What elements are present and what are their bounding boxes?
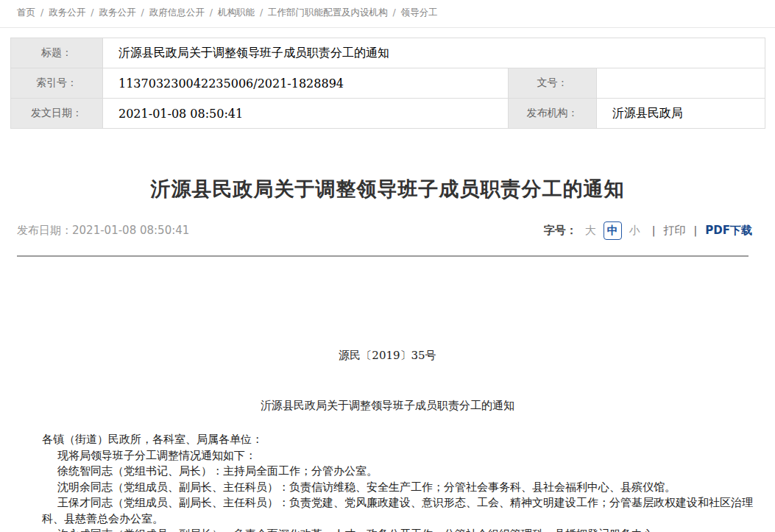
document-body: 各镇（街道）民政所，各科室、局属各单位： 现将局领导班子分工调整情况通知如下： … [42, 432, 753, 532]
document-info-table: 标题： 沂源县民政局关于调整领导班子成员职责分工的通知 索引号： 1137032… [10, 38, 765, 129]
publish-date-value: 2021-01-08 08:50:41 [72, 224, 189, 237]
print-button[interactable]: 打印 [664, 224, 686, 238]
paragraph: 沈明余同志（党组成员、副局长、主任科员）：负责信访维稳、安全生产工作；分管社会事… [42, 480, 753, 496]
font-size-label: 字号： [544, 224, 577, 238]
title-value: 沂源县民政局关于调整领导班子成员职责分工的通知 [103, 38, 765, 68]
breadcrumb-separator: / [141, 7, 144, 18]
page-title: 沂源县民政局关于调整领导班子成员职责分工的通知 [0, 176, 775, 202]
publish-date-label: 发布日期： [17, 224, 72, 237]
document-reference-number: 源民〔2019〕35号 [0, 348, 775, 364]
article-toolbar: 字号： 大 中 小 | 打印 | PDF下载 [544, 221, 752, 240]
breadcrumb-item-home[interactable]: 首页 [17, 7, 35, 18]
issue-date-label: 发文日期： [11, 99, 103, 129]
salutation-line: 各镇（街道）民政所，各科室、局属各单位： [42, 432, 753, 448]
table-row-index: 索引号： 113703230042235006/2021-1828894 文号： [11, 68, 765, 99]
breadcrumb-separator: / [40, 7, 43, 18]
index-number-value: 113703230042235006/2021-1828894 [103, 68, 509, 99]
table-row-title: 标题： 沂源县民政局关于调整领导班子成员职责分工的通知 [11, 38, 765, 68]
document-title: 沂源县民政局关于调整领导班子成员职责分工的通知 [0, 398, 775, 414]
index-number-label: 索引号： [11, 68, 103, 99]
issue-date-value: 2021-01-08 08:50:41 [103, 99, 509, 129]
breadcrumb-item-functions[interactable]: 机构职能 [218, 7, 255, 18]
breadcrumb-separator: / [210, 7, 213, 18]
breadcrumb-item-dept-config[interactable]: 工作部门职能配置及内设机构 [268, 7, 388, 18]
toolbar-divider: | [652, 224, 656, 236]
document-content: 源民〔2019〕35号 沂源县民政局关于调整领导班子成员职责分工的通知 各镇（街… [0, 348, 775, 532]
paragraph: 现将局领导班子分工调整情况通知如下： [42, 448, 753, 464]
doc-number-value [597, 68, 765, 99]
font-size-small-button[interactable]: 小 [629, 224, 640, 238]
font-size-large-button[interactable]: 大 [585, 224, 596, 238]
breadcrumb-item-current: 领导分工 [401, 7, 438, 18]
breadcrumb-item-zhengwu-2[interactable]: 政务公开 [99, 7, 135, 18]
doc-number-label: 文号： [509, 68, 597, 99]
horizontal-divider [17, 255, 749, 257]
breadcrumb-item-zhengwu-1[interactable]: 政务公开 [49, 7, 85, 18]
breadcrumb-separator: / [260, 7, 263, 18]
font-size-medium-button[interactable]: 中 [604, 221, 622, 240]
paragraph: 徐统智同志（党组书记、局长）：主持局全面工作；分管办公室。 [42, 464, 753, 480]
article-meta-row: 发布日期：2021-01-08 08:50:41 字号： 大 中 小 | 打印 … [17, 220, 752, 241]
breadcrumb-separator: / [91, 7, 93, 18]
publish-date: 发布日期：2021-01-08 08:50:41 [17, 224, 189, 238]
paragraph: 王保才同志（党组成员、副局长、主任科员）：负责党建、党风廉政建设、意识形态、工会… [42, 495, 753, 527]
issuing-agency-label: 发布机构： [509, 99, 597, 129]
breadcrumb-separator: / [393, 7, 396, 18]
breadcrumb-item-info-disclosure[interactable]: 政府信息公开 [149, 7, 205, 18]
paragraph: 许永成同志（党组成员、副局长）：负责全面深化改革、人才、政务公开工作；分管社会组… [42, 527, 753, 532]
pdf-download-button[interactable]: PDF下载 [705, 224, 752, 238]
toolbar-divider: | [694, 224, 698, 236]
issuing-agency-value: 沂源县民政局 [597, 99, 765, 129]
table-row-date: 发文日期： 2021-01-08 08:50:41 发布机构： 沂源县民政局 [11, 99, 765, 129]
breadcrumb: 首页/政务公开/政务公开/政府信息公开/机构职能/工作部门职能配置及内设机构/领… [0, 0, 775, 28]
title-label: 标题： [11, 38, 103, 68]
